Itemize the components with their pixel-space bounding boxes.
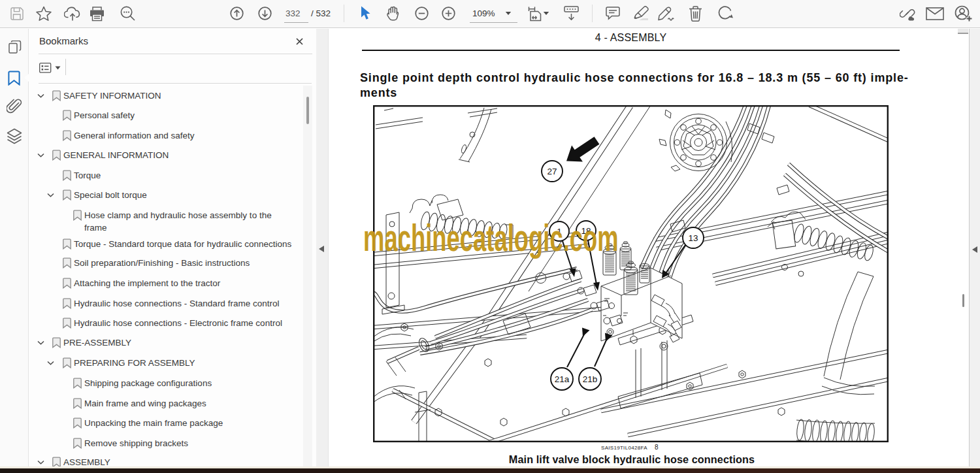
svg-text:21a: 21a	[555, 374, 570, 384]
svg-text:21b: 21b	[583, 374, 598, 384]
svg-text:13: 13	[688, 233, 698, 243]
svg-text:27: 27	[547, 167, 557, 176]
